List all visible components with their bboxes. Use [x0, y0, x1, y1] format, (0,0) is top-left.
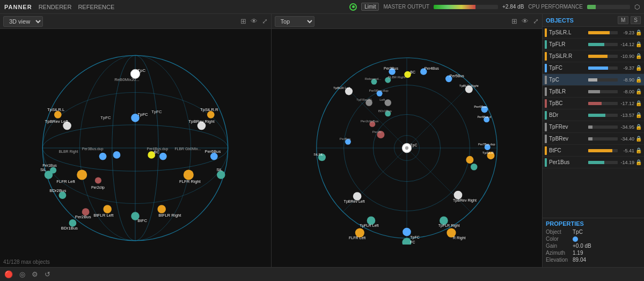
- svg-text:BtFC: BtFC: [138, 218, 148, 223]
- view-3d-canvas[interactable]: TpC TpFC BC FLFR Left FLFR Right: [0, 29, 271, 267]
- sphere-svg: TpC TpFC BC FLFR Left FLFR Right: [33, 46, 237, 250]
- obj-lock-icon[interactable]: 🔒: [635, 136, 642, 142]
- limit-badge[interactable]: Limit: [361, 3, 379, 11]
- svg-text:TpBLR Left: TpBLR Left: [333, 86, 350, 90]
- obj-lock-icon[interactable]: 🔒: [635, 147, 642, 153]
- object-row[interactable]: TpFLR-14.12🔒: [543, 39, 644, 50]
- svg-text:ReB0Mix20...: ReB0Mix20...: [114, 77, 140, 82]
- svg-point-41: [158, 205, 166, 213]
- obj-lock-icon[interactable]: 🔒: [635, 65, 642, 71]
- svg-text:TpFC: TpFC: [138, 112, 149, 117]
- obj-meter: [588, 55, 618, 58]
- svg-text:Rebound...: Rebound...: [364, 77, 381, 80]
- obj-db-value: -9.23: [619, 30, 634, 35]
- obj-db-value: -8.90: [619, 77, 634, 83]
- obj-db-value: -34.95: [619, 124, 634, 130]
- object-row[interactable]: TpSiLR.R-10.90🔒: [543, 50, 644, 62]
- svg-text:Per2clipBus: Per2clipBus: [361, 119, 378, 123]
- view-top-mode-select[interactable]: Top 3D view Front Side: [275, 16, 314, 27]
- obj-meter: [588, 161, 618, 164]
- svg-text:Per4Bus.dup: Per4Bus.dup: [147, 147, 169, 151]
- nav-reference[interactable]: REFERENCE: [78, 4, 114, 10]
- obj-meter-fill: [588, 78, 597, 82]
- obj-color-bar: [545, 64, 547, 72]
- object-row[interactable]: BDr-13.57🔒: [543, 109, 644, 121]
- s-button[interactable]: S: [631, 16, 641, 24]
- obj-lock-icon[interactable]: 🔒: [635, 159, 642, 165]
- cpu-meter-fill: [587, 5, 596, 9]
- alert-icon[interactable]: 🔴: [4, 270, 13, 278]
- object-row[interactable]: BtFC-5.41🔒: [543, 145, 644, 157]
- obj-db-value: -14.12: [619, 42, 634, 47]
- obj-lock-icon[interactable]: 🔒: [635, 41, 642, 47]
- object-row[interactable]: TpBC-17.12🔒: [543, 98, 644, 109]
- power-button[interactable]: [349, 3, 357, 11]
- svg-text:TpC: TpC: [410, 143, 417, 147]
- object-row[interactable]: TpBRev-34.40🔒: [543, 133, 644, 145]
- objects-list: TpSiLR.L-9.23🔒TpFLR-14.12🔒TpSiLR.R-10.90…: [543, 27, 644, 218]
- view-top: Top 3D view Front Side ⊞ 👁 ⤢: [272, 14, 543, 267]
- obj-meter-fill: [588, 31, 610, 34]
- obj-lock-icon[interactable]: 🔒: [635, 124, 642, 130]
- svg-text:FLBR Gb0Mix...: FLBR Gb0Mix...: [175, 147, 201, 151]
- grid-icon[interactable]: ⊞: [240, 17, 246, 25]
- obj-lock-icon[interactable]: 🔒: [635, 29, 642, 35]
- svg-point-13: [77, 170, 87, 180]
- view-3d-mode-select[interactable]: 3D view Top Front Side: [3, 16, 43, 27]
- svg-text:TpSiLR: TpSiLR: [482, 151, 494, 154]
- object-row[interactable]: TpFRev-34.95🔒: [543, 121, 644, 133]
- m-button[interactable]: M: [618, 16, 628, 24]
- svg-text:TpSiLR.L: TpSiLR.L: [47, 107, 65, 112]
- obj-color-bar: [545, 40, 547, 49]
- prop-elevation-label: Elevation: [546, 257, 573, 263]
- svg-text:Per2b: Per2b: [372, 130, 382, 134]
- view-top-canvas[interactable]: TpC BC Per3Bus Per4Bus Per5Bus: [272, 29, 543, 267]
- export-icon[interactable]: ⬡: [634, 3, 640, 11]
- obj-lock-icon[interactable]: 🔒: [635, 112, 642, 118]
- prop-object-label: Object: [546, 229, 573, 235]
- gear-icon[interactable]: ⚙: [32, 270, 38, 278]
- svg-text:TpFLR Left: TpFLR Left: [360, 224, 378, 228]
- obj-name: Per1Bus: [549, 159, 588, 165]
- obj-meter-fill: [588, 125, 592, 129]
- eye-icon[interactable]: 👁: [251, 17, 258, 25]
- obj-color-bar: [545, 76, 547, 84]
- svg-text:TpBRev Right: TpBRev Right: [453, 198, 477, 203]
- obj-lock-icon[interactable]: 🔒: [635, 100, 642, 106]
- obj-meter: [588, 43, 618, 46]
- master-output-label: MASTER OUTPUT: [383, 4, 429, 10]
- svg-text:Per5Bus.dup: Per5Bus.dup: [369, 88, 389, 92]
- expand-icon[interactable]: ⤢: [262, 17, 268, 25]
- object-row[interactable]: TpC-8.90🔒: [543, 74, 644, 86]
- obj-name: TpBRev: [549, 136, 588, 142]
- svg-text:BC: BC: [410, 70, 415, 74]
- refresh-icon[interactable]: ↺: [45, 270, 50, 278]
- obj-lock-icon[interactable]: 🔒: [635, 77, 642, 83]
- prop-elevation-row: Elevation 89.04: [546, 257, 641, 263]
- objects-panel-header: OBJECTS M S: [543, 14, 644, 27]
- obj-lock-icon[interactable]: 🔒: [635, 53, 642, 59]
- object-row[interactable]: Per1Bus-14.19🔒: [543, 157, 644, 168]
- svg-text:BDr1Bus: BDr1Bus: [378, 109, 392, 113]
- locate-icon[interactable]: ◎: [19, 270, 25, 278]
- nav-renderer[interactable]: RENDERER: [39, 4, 72, 10]
- obj-name: TpFRev: [549, 124, 588, 130]
- obj-color-bar: [545, 135, 547, 143]
- eye2-icon[interactable]: 👁: [522, 17, 529, 25]
- view-footer: 41/128 max objects: [3, 259, 50, 265]
- prop-azimuth-label: Azimuth: [546, 250, 573, 256]
- svg-text:Per6Bus: Per6Bus: [205, 149, 221, 154]
- obj-db-value: -14.19: [619, 160, 634, 165]
- grid2-icon[interactable]: ⊞: [511, 17, 517, 25]
- obj-meter-fill: [588, 102, 602, 105]
- svg-text:Per1Bus: Per1Bus: [43, 164, 57, 167]
- object-row[interactable]: TpBLR-8.00🔒: [543, 86, 644, 98]
- obj-name: TpBC: [549, 100, 588, 106]
- obj-lock-icon[interactable]: 🔒: [635, 88, 642, 94]
- expand2-icon[interactable]: ⤢: [533, 17, 539, 25]
- svg-point-53: [95, 177, 101, 183]
- svg-text:TpFC: TpFC: [151, 109, 162, 114]
- object-row[interactable]: TpSiLR.L-9.23🔒: [543, 27, 644, 39]
- object-row[interactable]: TpFC-9.37🔒: [543, 62, 644, 74]
- svg-text:BtFLR Left: BtFLR Left: [94, 213, 114, 218]
